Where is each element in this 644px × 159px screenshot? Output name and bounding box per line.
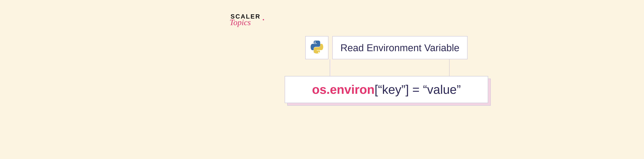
title-text: Read Environment Variable xyxy=(340,42,460,53)
logo-text-topics: Topics xyxy=(230,18,251,27)
code-rest: [“key”] = “value” xyxy=(374,82,461,96)
top-row: Read Environment Variable xyxy=(278,36,494,59)
connector-left xyxy=(330,59,330,76)
code-box: os.environ[“key”] = “value” xyxy=(285,76,488,103)
connectors xyxy=(278,59,494,76)
scaler-topics-logo: SCALER Topics xyxy=(230,13,260,27)
environment-variable-diagram: Read Environment Variable os.environ[“ke… xyxy=(278,36,494,103)
connector-right xyxy=(449,59,450,76)
code-highlighted: os.environ xyxy=(312,82,374,96)
code-container: os.environ[“key”] = “value” xyxy=(285,76,488,103)
python-icon-box xyxy=(305,36,328,59)
diagram-canvas: SCALER Topics Read Environment Variable xyxy=(180,0,592,159)
title-box: Read Environment Variable xyxy=(332,36,468,59)
python-icon xyxy=(310,40,324,55)
logo-dot xyxy=(263,19,264,20)
